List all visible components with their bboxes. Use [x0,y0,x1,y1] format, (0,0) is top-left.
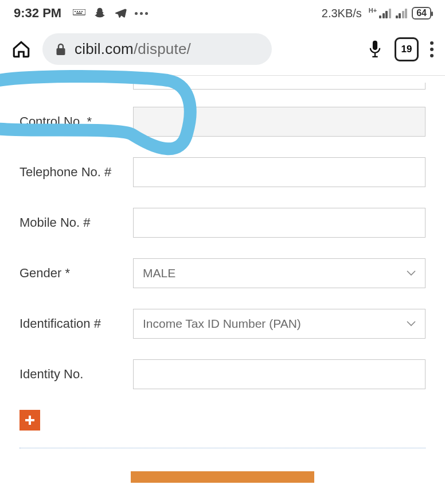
label-identification: Identification # [19,316,133,331]
input-telephone[interactable] [133,157,426,187]
input-control-no[interactable] [133,107,426,137]
network-type: H+ [369,7,377,14]
browser-toolbar: cibil.com/dispute/ 19 [0,25,445,76]
label-gender: Gender * [19,266,133,281]
clock-time: 9:32 PM [14,6,61,21]
label-identity-no: Identity No. [19,367,133,382]
home-icon[interactable] [11,40,31,59]
svg-rect-6 [57,48,65,55]
select-gender[interactable] [133,258,426,288]
url-text: cibil.com/dispute/ [75,40,191,58]
keyboard-icon [73,9,85,17]
label-control-no: Control No. * [19,114,133,129]
row-mobile: Mobile No. # [19,208,426,238]
address-bar[interactable]: cibil.com/dispute/ [42,33,272,65]
label-telephone: Telephone No. # [19,165,133,180]
svg-rect-5 [76,13,82,14]
page-content: Control No. * Telephone No. # Mobile No.… [0,76,445,485]
lock-icon [55,42,67,56]
battery-icon: 64 [412,7,431,20]
plus-icon [24,414,36,427]
signal-1-icon [379,8,391,18]
svg-rect-3 [79,11,80,12]
section-divider [19,448,426,448]
row-identification: Identification # [19,309,426,339]
add-button[interactable] [19,410,40,431]
row-identity-no: Identity No. [19,359,426,389]
submit-area [19,471,426,485]
svg-rect-7 [373,40,377,49]
signal-2-icon [396,8,408,18]
row-control-no: Control No. * [19,107,426,137]
row-gender: Gender * [19,258,426,288]
status-bar: 9:32 PM 2.3KB/s H+ 64 [0,0,445,25]
mic-icon[interactable] [367,39,383,60]
input-identity-no[interactable] [133,359,426,389]
snapchat-icon [93,7,106,20]
select-identification[interactable] [133,309,426,339]
browser-menu-icon[interactable] [430,41,434,57]
submit-button[interactable] [131,471,314,483]
svg-rect-4 [81,11,83,12]
input-mobile[interactable] [133,208,426,238]
tab-switcher[interactable]: 19 [395,37,419,61]
status-left: 9:32 PM [14,6,148,21]
row-telephone: Telephone No. # [19,157,426,187]
svg-rect-1 [75,11,76,12]
label-mobile: Mobile No. # [19,215,133,230]
telegram-icon [114,7,127,20]
data-rate: 2.3KB/s [322,7,362,20]
previous-field-bottom [133,83,426,90]
more-notifications-icon [135,12,148,15]
svg-rect-2 [77,11,78,12]
status-right: 2.3KB/s H+ 64 [322,7,431,20]
